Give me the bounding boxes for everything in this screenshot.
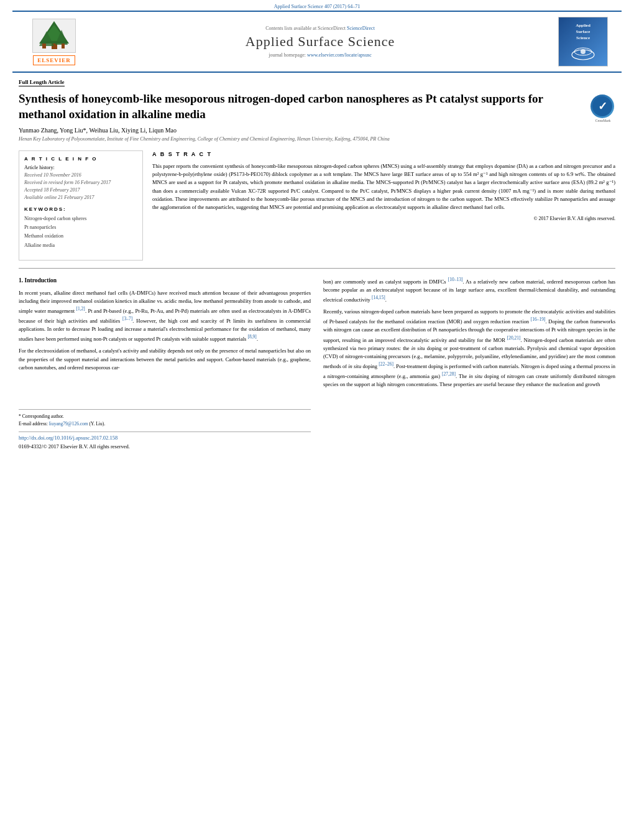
footnote-area: * Corresponding author. E-mail address: … — [19, 409, 311, 428]
doi-area: http://dx.doi.org/10.1016/j.apsusc.2017.… — [19, 432, 311, 451]
keyword-2: Pt nanoparticles — [24, 223, 137, 232]
svg-point-9 — [581, 49, 586, 54]
journal-logo-left: ELSEVIER — [20, 19, 88, 65]
article-type: Full Length Article — [19, 79, 65, 86]
svg-rect-6 — [62, 44, 65, 48]
affiliation: Henan Key Laboratory of Polyoxometalate,… — [19, 136, 615, 142]
article-title-row: Synthesis of honeycomb-like mesoporous n… — [19, 91, 615, 122]
article-meta-section: A R T I C L E I N F O Article history: R… — [19, 150, 615, 261]
copyright-line: © 2017 Elsevier B.V. All rights reserved… — [152, 215, 615, 223]
article-history-label: Article history: — [24, 164, 137, 172]
journal-title: Applied Surface Science — [94, 34, 546, 50]
journal-center: Contents lists available at ScienceDirec… — [94, 25, 546, 58]
keywords-section: Keywords: Nitrogen-doped carbon spheres … — [24, 206, 137, 251]
keyword-3: Methanol oxidation — [24, 232, 137, 241]
journal-brand-logo: Applied Surface Science — [558, 17, 608, 67]
body-two-col: 1. Introduction In recent years, alkalin… — [19, 276, 615, 452]
journal-top-bar: Applied Surface Science 407 (2017) 64–71 — [0, 0, 634, 11]
journal-homepage: journal homepage: www.elsevier.com/locat… — [94, 52, 546, 58]
footnote-corresponding: * Corresponding author. — [19, 413, 311, 420]
abstract-section: A B S T R A C T This paper reports the c… — [152, 150, 615, 223]
elsevier-logo: ELSEVIER — [33, 55, 75, 65]
article-info-box: A R T I C L E I N F O Article history: R… — [19, 150, 143, 261]
crossmark-logo: ✓ CrossMark — [590, 95, 615, 119]
keywords-title: Keywords: — [24, 206, 137, 212]
section-divider — [19, 268, 615, 269]
authors: Yunmao Zhang, Yong Liu*, Weihua Liu, Xiy… — [19, 127, 615, 134]
svg-text:✓: ✓ — [598, 100, 607, 113]
footnote-email-link[interactable]: liuyang79@126.com — [49, 421, 88, 427]
article-received: Received 10 November 2016 — [24, 172, 137, 179]
journal-header: ELSEVIER Contents lists available at Sci… — [12, 11, 622, 73]
journal-homepage-link[interactable]: www.elsevier.com/locate/apsusc — [307, 52, 372, 58]
svg-rect-4 — [42, 44, 46, 48]
journal-citation: Applied Surface Science 407 (2017) 64–71 — [274, 4, 360, 9]
article-info-column: A R T I C L E I N F O Article history: R… — [19, 150, 143, 261]
footnote-email: E-mail address: liuyang79@126.com (Y. Li… — [19, 421, 311, 428]
intro-heading: 1. Introduction — [19, 276, 311, 285]
article-content: Full Length Article Synthesis of honeyco… — [0, 73, 634, 458]
body-col-left: 1. Introduction In recent years, alkalin… — [19, 276, 311, 452]
intro-para-1: In recent years, alkaline direct methano… — [19, 289, 311, 344]
keywords-list: Nitrogen-doped carbon spheres Pt nanopar… — [24, 215, 137, 251]
journal-logo-right: Applied Surface Science — [552, 17, 614, 67]
article-revised: Received in revised form 16 February 201… — [24, 179, 137, 187]
intro-para-2: For the electrooxidation of methanol, a … — [19, 347, 311, 372]
page: Applied Surface Science 407 (2017) 64–71… — [0, 0, 634, 840]
keyword-1: Nitrogen-doped carbon spheres — [24, 215, 137, 223]
intro-para-4: Recently, various nitrogen-doped carbon … — [323, 308, 615, 389]
body-col-right: bon) are commonly used as catalyst suppo… — [323, 276, 615, 452]
issn-line: 0169-4332/© 2017 Elsevier B.V. All right… — [19, 443, 311, 451]
abstract-text: This paper reports the convenient synthe… — [152, 162, 615, 211]
elsevier-tree-image — [32, 19, 76, 53]
intro-para-3: bon) are commonly used as catalyst suppo… — [323, 276, 615, 304]
article-accepted: Accepted 18 February 2017 — [24, 187, 137, 194]
article-title: Synthesis of honeycomb-like mesoporous n… — [19, 91, 581, 122]
keyword-4: Alkaline media — [24, 241, 137, 250]
article-info-section: A R T I C L E I N F O Article history: R… — [24, 156, 137, 201]
abstract-title: A B S T R A C T — [152, 150, 615, 159]
sciencedirect-link[interactable]: Contents lists available at ScienceDirec… — [94, 25, 546, 31]
abstract-column: A B S T R A C T This paper reports the c… — [152, 150, 615, 261]
article-info-title: A R T I C L E I N F O — [24, 156, 137, 162]
crossmark-icon: ✓ — [590, 95, 614, 118]
article-online: Available online 21 February 2017 — [24, 194, 137, 201]
doi-link[interactable]: http://dx.doi.org/10.1016/j.apsusc.2017.… — [19, 435, 117, 441]
